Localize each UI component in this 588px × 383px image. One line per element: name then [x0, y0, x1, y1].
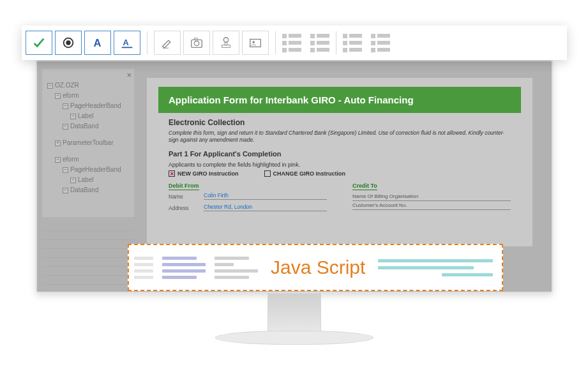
camera-icon[interactable] — [183, 31, 210, 55]
stamp-icon[interactable] — [213, 31, 239, 55]
section-note: Complete this form, sign and return it t… — [169, 130, 511, 144]
tree-node-eform2[interactable]: −eform — [47, 154, 132, 165]
tree-root[interactable]: −OZ.OZR — [47, 80, 132, 91]
text-underline-icon[interactable]: A — [114, 31, 140, 55]
debit-from-head: Debit From — [169, 183, 199, 190]
list-view-1-icon[interactable] — [282, 34, 301, 52]
list-view-3-icon[interactable] — [343, 34, 362, 52]
checkbox-new-giro[interactable]: NEW GIRO Instruction — [169, 170, 239, 177]
svg-rect-8 — [194, 38, 197, 40]
part-title: Part 1 For Applicant's Completion — [169, 150, 511, 158]
checkbox-change-giro[interactable]: CHANGE GIRO Instruction — [264, 170, 346, 177]
text-icon[interactable]: A — [84, 31, 111, 55]
tree-node-label2[interactable]: −Label — [47, 175, 132, 185]
form-document: Application Form for Interbank GIRO - Au… — [147, 78, 532, 246]
svg-rect-12 — [250, 40, 261, 47]
svg-point-13 — [252, 41, 255, 43]
list-view-4-icon[interactable] — [371, 34, 390, 52]
javascript-panel: Java Script — [128, 244, 503, 291]
monitor-base — [215, 331, 373, 345]
toolbar: A A — [22, 26, 567, 60]
svg-text:A: A — [94, 37, 102, 49]
tree-node-pageheader2[interactable]: −PageHeaderBand — [47, 165, 132, 175]
section-title: Electronic Collection — [169, 118, 511, 127]
tree-node-label[interactable]: −Label — [47, 111, 132, 121]
svg-point-1 — [66, 40, 70, 45]
signature-icon[interactable] — [154, 31, 181, 55]
radio-icon[interactable] — [55, 31, 82, 55]
code-decoration-right — [378, 259, 493, 276]
svg-text:A: A — [123, 38, 129, 47]
credit-to-head: Credit To — [352, 183, 377, 190]
tree-node-databand2[interactable]: −DataBand — [47, 185, 132, 195]
tree-node-pageheader[interactable]: −PageHeaderBand — [47, 101, 132, 111]
name-field[interactable]: Colin Firth — [204, 192, 327, 200]
form-title: Application Form for Interbank GIRO - Au… — [158, 87, 521, 113]
form-hint: Applicants to complete the fields highli… — [169, 161, 511, 168]
svg-point-7 — [194, 41, 199, 45]
tree-panel: × −OZ.OZR −eform −PageHeaderBand −Label … — [42, 69, 134, 217]
close-icon[interactable]: × — [126, 70, 132, 80]
tree-node-eform[interactable]: −eform — [47, 91, 132, 101]
customer-acct-field[interactable]: Customer's Account No. — [352, 201, 511, 210]
name-label: Name — [169, 193, 197, 200]
tree-node-paramtoolbar[interactable]: +ParameterToolbar — [47, 138, 132, 148]
checkmark-icon[interactable] — [26, 31, 52, 55]
svg-point-9 — [223, 38, 228, 42]
address-label: Address — [169, 205, 197, 211]
list-view-2-icon[interactable] — [310, 34, 329, 52]
code-decoration — [134, 257, 258, 279]
tree-node-databand[interactable]: −DataBand — [47, 121, 132, 131]
id-card-icon[interactable] — [242, 31, 269, 55]
javascript-label: Java Script — [271, 257, 365, 278]
address-field[interactable]: Chester Rd, London — [204, 204, 327, 211]
monitor-neck — [268, 293, 321, 334]
billing-org-field[interactable]: Name Of Billing Organisation — [352, 192, 511, 201]
svg-rect-11 — [222, 45, 230, 48]
panel-rows — [42, 222, 134, 286]
svg-rect-10 — [225, 42, 227, 45]
